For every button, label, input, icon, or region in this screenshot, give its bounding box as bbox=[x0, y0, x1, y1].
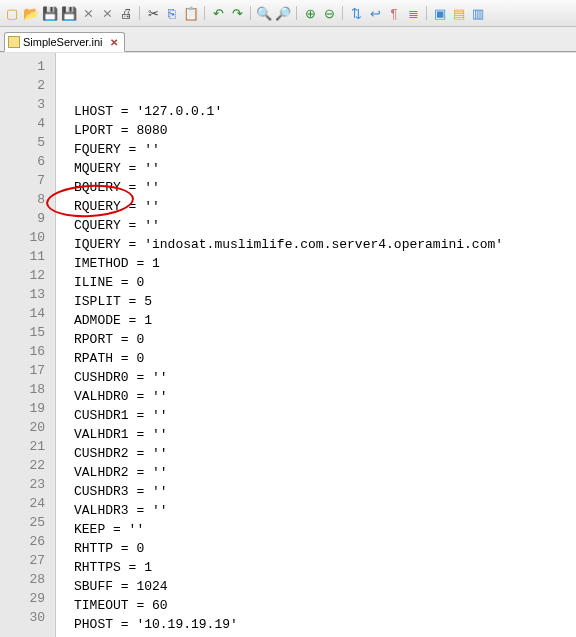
show-chars-icon[interactable]: ¶ bbox=[386, 5, 402, 21]
line-number: 23 bbox=[0, 475, 55, 494]
line-number: 28 bbox=[0, 570, 55, 589]
code-line[interactable]: TIMEOUT = 60 bbox=[74, 596, 576, 615]
line-number: 25 bbox=[0, 513, 55, 532]
line-number: 29 bbox=[0, 589, 55, 608]
code-line[interactable]: VALHDR1 = '' bbox=[74, 425, 576, 444]
line-number: 18 bbox=[0, 380, 55, 399]
redo-icon[interactable]: ↷ bbox=[229, 5, 245, 21]
line-number: 7 bbox=[0, 171, 55, 190]
line-number: 17 bbox=[0, 361, 55, 380]
toolbar-separator bbox=[426, 6, 427, 20]
line-number: 16 bbox=[0, 342, 55, 361]
code-line[interactable]: ILINE = 0 bbox=[74, 273, 576, 292]
line-number: 4 bbox=[0, 114, 55, 133]
function-list-icon[interactable]: ▤ bbox=[451, 5, 467, 21]
line-number: 21 bbox=[0, 437, 55, 456]
tab-filename: SimpleServer.ini bbox=[23, 36, 102, 48]
code-line[interactable]: VALHDR3 = '' bbox=[74, 501, 576, 520]
print-icon[interactable]: 🖨 bbox=[118, 5, 134, 21]
copy-icon[interactable]: ⎘ bbox=[164, 5, 180, 21]
file-tab[interactable]: SimpleServer.ini ✕ bbox=[4, 32, 125, 52]
main-toolbar: ▢ 📂 💾 💾 ⨯ ⨯ 🖨 ✂ ⎘ 📋 ↶ ↷ 🔍 🔎 ⊕ ⊖ ⇅ ↩ ¶ ≣ … bbox=[0, 0, 576, 27]
line-number: 3 bbox=[0, 95, 55, 114]
code-line[interactable]: CUSHDR0 = '' bbox=[74, 368, 576, 387]
open-file-icon[interactable]: 📂 bbox=[23, 5, 39, 21]
save-icon[interactable]: 💾 bbox=[42, 5, 58, 21]
line-number: 12 bbox=[0, 266, 55, 285]
code-line[interactable]: CQUERY = '' bbox=[74, 216, 576, 235]
paste-icon[interactable]: 📋 bbox=[183, 5, 199, 21]
code-line[interactable]: BQUERY = '' bbox=[74, 178, 576, 197]
toolbar-separator bbox=[296, 6, 297, 20]
code-line[interactable]: CUSHDR1 = '' bbox=[74, 406, 576, 425]
toolbar-separator bbox=[139, 6, 140, 20]
line-number: 8 bbox=[0, 190, 55, 209]
find-icon[interactable]: 🔍 bbox=[256, 5, 272, 21]
line-number: 1 bbox=[0, 57, 55, 76]
close-all-icon[interactable]: ⨯ bbox=[99, 5, 115, 21]
code-line[interactable]: KEEP = '' bbox=[74, 520, 576, 539]
line-number: 26 bbox=[0, 532, 55, 551]
line-number: 10 bbox=[0, 228, 55, 247]
fold-icon[interactable]: ▣ bbox=[432, 5, 448, 21]
line-number: 15 bbox=[0, 323, 55, 342]
code-line[interactable]: RPORT = 0 bbox=[74, 330, 576, 349]
sync-scroll-icon[interactable]: ⇅ bbox=[348, 5, 364, 21]
code-content[interactable]: LHOST = '127.0.0.1'LPORT = 8080FQUERY = … bbox=[56, 53, 576, 637]
code-line[interactable]: FQUERY = '' bbox=[74, 140, 576, 159]
line-number: 27 bbox=[0, 551, 55, 570]
line-number: 24 bbox=[0, 494, 55, 513]
code-line[interactable]: IQUERY = 'indosat.muslimlife.com.server4… bbox=[74, 235, 576, 254]
line-number: 20 bbox=[0, 418, 55, 437]
new-file-icon[interactable]: ▢ bbox=[4, 5, 20, 21]
word-wrap-icon[interactable]: ↩ bbox=[367, 5, 383, 21]
line-number: 11 bbox=[0, 247, 55, 266]
code-line[interactable]: VALHDR2 = '' bbox=[74, 463, 576, 482]
line-number: 30 bbox=[0, 608, 55, 627]
code-line[interactable]: RQUERY = '' bbox=[74, 197, 576, 216]
line-number-gutter: 1234567891011121314151617181920212223242… bbox=[0, 53, 56, 637]
toolbar-separator bbox=[204, 6, 205, 20]
editor-area: 1234567891011121314151617181920212223242… bbox=[0, 52, 576, 637]
code-line[interactable]: CUSHDR3 = '' bbox=[74, 482, 576, 501]
code-line[interactable]: PHOST = '10.19.19.19' bbox=[74, 615, 576, 634]
code-line[interactable]: ADMODE = 1 bbox=[74, 311, 576, 330]
doc-map-icon[interactable]: ▥ bbox=[470, 5, 486, 21]
tab-bar: SimpleServer.ini ✕ bbox=[0, 27, 576, 52]
code-line[interactable]: RPATH = 0 bbox=[74, 349, 576, 368]
undo-icon[interactable]: ↶ bbox=[210, 5, 226, 21]
line-number: 14 bbox=[0, 304, 55, 323]
code-line[interactable]: SBUFF = 1024 bbox=[74, 577, 576, 596]
toolbar-separator bbox=[342, 6, 343, 20]
tab-close-icon[interactable]: ✕ bbox=[110, 37, 118, 48]
line-number: 13 bbox=[0, 285, 55, 304]
toolbar-separator bbox=[250, 6, 251, 20]
code-line[interactable]: ISPLIT = 5 bbox=[74, 292, 576, 311]
zoom-in-icon[interactable]: ⊕ bbox=[302, 5, 318, 21]
code-line[interactable]: LHOST = '127.0.0.1' bbox=[74, 102, 576, 121]
code-line[interactable]: VALHDR0 = '' bbox=[74, 387, 576, 406]
code-line[interactable]: CUSHDR2 = '' bbox=[74, 444, 576, 463]
line-number: 22 bbox=[0, 456, 55, 475]
cut-icon[interactable]: ✂ bbox=[145, 5, 161, 21]
save-all-icon[interactable]: 💾 bbox=[61, 5, 77, 21]
file-icon bbox=[8, 36, 20, 48]
line-number: 9 bbox=[0, 209, 55, 228]
indent-guide-icon[interactable]: ≣ bbox=[405, 5, 421, 21]
code-line[interactable]: IMETHOD = 1 bbox=[74, 254, 576, 273]
line-number: 6 bbox=[0, 152, 55, 171]
replace-icon[interactable]: 🔎 bbox=[275, 5, 291, 21]
line-number: 19 bbox=[0, 399, 55, 418]
line-number: 2 bbox=[0, 76, 55, 95]
code-line[interactable]: LPORT = 8080 bbox=[74, 121, 576, 140]
code-line[interactable]: RHTTPS = 1 bbox=[74, 558, 576, 577]
code-line[interactable]: MQUERY = '' bbox=[74, 159, 576, 178]
line-number: 5 bbox=[0, 133, 55, 152]
zoom-out-icon[interactable]: ⊖ bbox=[321, 5, 337, 21]
code-line[interactable]: RHTTP = 0 bbox=[74, 539, 576, 558]
close-icon[interactable]: ⨯ bbox=[80, 5, 96, 21]
